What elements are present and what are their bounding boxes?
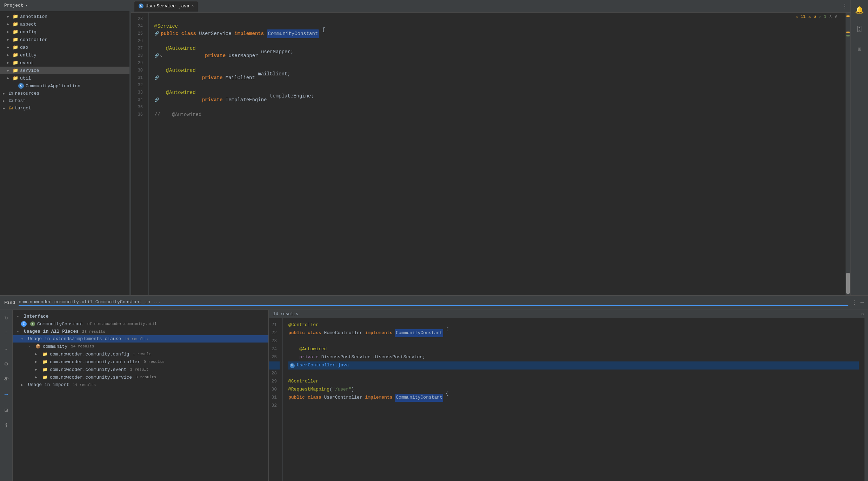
find-preview: 14 results ↻ 21 22 23 24 25 28 29 30 (269, 310, 868, 481)
code-line-34: 🔗 private TemplateEngine templateEngine; (154, 96, 840, 104)
find-item-community[interactable]: ▾ 📦 community 14 results (13, 343, 268, 350)
sidebar-header[interactable]: Project ▾ (0, 0, 129, 11)
line-num-32: 32 (131, 82, 146, 89)
editor-scrollbar[interactable] (846, 13, 850, 295)
find-item-service-pkg[interactable]: ▶ 📁 com.nowcoder.community.service 3 res… (13, 373, 268, 381)
arrow-config: ▶ (7, 30, 13, 34)
tab-close-button[interactable]: × (192, 4, 194, 8)
sidebar-tree: ▶ 📁 annotation ▶ 📁 aspect ▶ 📁 config ▶ 📁… (0, 11, 129, 295)
tree-resources[interactable]: ▶ 🗂 resources (0, 90, 129, 97)
folder-entity-icon: 📁 (13, 52, 18, 58)
scrollbar-marker-2 (846, 32, 850, 33)
find-preview-scrollbar[interactable] (864, 318, 868, 481)
prev-line-25: private DiscussPostService discussPostSe… (288, 353, 859, 361)
find-panel-header: Find com.nowcoder.community.util.Communi… (0, 296, 868, 310)
code-line-29 (154, 60, 840, 67)
expand-icon[interactable]: ∧ (829, 14, 832, 19)
find-path-container: com.nowcoder.community.util.CommunityCon… (19, 299, 848, 306)
info-icon[interactable]: ℹ (1, 421, 11, 431)
find-interface-label: Interface (24, 314, 48, 319)
service-pkg-badge: 3 results (135, 375, 156, 379)
find-section-usages[interactable]: ▾ Usages in All Places 28 results (13, 328, 268, 335)
find-arrow-community: ▾ (28, 344, 33, 348)
tree-service[interactable]: ▶ 📁 service (0, 67, 129, 74)
tree-entity[interactable]: ▶ 📁 entity (0, 51, 129, 59)
find-item-event-pkg[interactable]: ▶ 📁 com.nowcoder.community.event 1 resul… (13, 366, 268, 373)
pin-icon[interactable]: → (1, 390, 11, 400)
tree-community-app[interactable]: C CommunityApplication (0, 82, 129, 90)
find-item-usage-import[interactable]: ▶ Usage in import 14 results (13, 381, 268, 388)
find-preview-content: 21 22 23 24 25 28 29 30 31 32 @Controlle… (269, 318, 868, 481)
line-num-35: 35 (131, 104, 146, 111)
editor-tabs: C UserService.java × ⋮ (131, 0, 850, 13)
dao-label: dao (20, 45, 28, 50)
eye-icon[interactable]: 👁 (1, 374, 11, 384)
tree-aspect[interactable]: ▶ 📁 aspect (0, 20, 129, 28)
errors-badge: ⚠ 6 (808, 14, 816, 19)
find-arrow-controller-pkg: ▶ (35, 360, 40, 364)
find-left-icons: ↻ ↑ ↓ ⚙ 👁 → ⊡ ℹ (0, 310, 13, 481)
pkg-icon-event: 📁 (42, 367, 48, 372)
tab-java-icon: C (139, 4, 143, 8)
find-preview-line-nums: 21 22 23 24 25 28 29 30 31 32 (269, 318, 283, 481)
find-extends-label: Usage in extends/implements clause (28, 336, 121, 341)
folder-util-icon: 📁 (13, 75, 18, 81)
line-num-27: 27 (131, 45, 146, 52)
prev-line-31: public class UserController implements C… (288, 394, 859, 402)
prev-ln-32: 32 (269, 402, 280, 410)
line-num-31: 31 (131, 74, 146, 82)
editor-status: ⚠ 11 ⚠ 6 ✓ 1 ∧ ∨ (793, 13, 840, 21)
up-icon[interactable]: ↑ (1, 328, 11, 338)
down-icon[interactable]: ↓ (1, 344, 11, 353)
prev-file-name: UserController.java (297, 361, 349, 369)
service-label: service (20, 68, 39, 73)
arrow-resources: ▶ (3, 92, 8, 96)
find-preview-code[interactable]: @Controller public class HomeController … (283, 318, 864, 481)
refresh-preview-icon[interactable]: ↻ (861, 311, 864, 317)
sidebar: Project ▾ ▶ 📁 annotation ▶ 📁 aspect ▶ 📁 … (0, 0, 130, 295)
tree-util[interactable]: ▶ 📁 util (0, 74, 129, 82)
prev-ln-25: 25 (269, 353, 280, 361)
expand2-icon[interactable]: ⊡ (1, 405, 11, 415)
find-item-usage-extends[interactable]: ▾ Usage in extends/implements clause 14 … (13, 335, 268, 343)
code-area[interactable]: @Service 🔗 public class UserService impl… (149, 13, 846, 295)
test-label: test (15, 98, 26, 103)
code-line-27: @Autowired (154, 45, 840, 52)
find-section-interface[interactable]: ▾ Interface (13, 313, 268, 320)
arrow-service: ▶ (7, 68, 13, 73)
prev-ln-file (269, 361, 280, 370)
event-pkg-label: com.nowcoder.community.event (50, 367, 126, 372)
find-item-community-constant[interactable]: I I CommunityConstant of com.nowcoder.co… (13, 320, 268, 328)
find-extends-badge: 14 results (125, 337, 148, 341)
tree-config[interactable]: ▶ 📁 config (0, 28, 129, 36)
project-chevron[interactable]: ▾ (26, 4, 28, 8)
bell-icon[interactable]: 🔔 (853, 4, 866, 16)
tree-test[interactable]: ▶ 🗂 test (0, 97, 129, 104)
project-label: Project (4, 3, 24, 8)
refresh-icon[interactable]: ↻ (1, 313, 11, 323)
settings-icon[interactable]: ⚙ (1, 359, 11, 369)
event-pkg-badge: 1 result (130, 367, 148, 372)
arrow-controller: ▶ (7, 38, 13, 42)
line-num-33: 33 (131, 89, 146, 96)
more-options-icon[interactable]: ⋮ (842, 3, 848, 10)
tab-userservice[interactable]: C UserService.java × (134, 1, 198, 12)
find-item-config-pkg[interactable]: ▶ 📁 com.nowcoder.community.config 1 resu… (13, 350, 268, 358)
structure-icon[interactable]: ⊞ (853, 43, 866, 55)
java-icon-community-app: C (18, 83, 24, 89)
collapse-icon[interactable]: ∨ (835, 14, 837, 19)
tree-target[interactable]: ▶ 🗂 target (0, 104, 129, 112)
find-more-icon[interactable]: ⋮ (852, 299, 857, 306)
prev-file-header: C UserController.java (288, 361, 859, 370)
editor-area: C UserService.java × ⋮ ⚠ 11 ⚠ 6 ✓ 1 ∧ ∨ … (131, 0, 850, 295)
tree-annotation[interactable]: ▶ 📁 annotation (0, 13, 129, 20)
line-num-25: 25 (131, 30, 146, 38)
find-close-icon[interactable]: ─ (860, 299, 864, 306)
code-line-36: // @Autowired (154, 111, 840, 118)
find-item-controller-pkg[interactable]: ▶ 📁 com.nowcoder.community.controller 9 … (13, 358, 268, 366)
tree-event[interactable]: ▶ 📁 event (0, 59, 129, 67)
tree-controller[interactable]: ▶ 📁 controller (0, 36, 129, 43)
database-icon[interactable]: 🗄 (853, 23, 866, 36)
tree-dao[interactable]: ▶ 📁 dao (0, 43, 129, 51)
find-import-label: Usage in import (28, 382, 69, 387)
